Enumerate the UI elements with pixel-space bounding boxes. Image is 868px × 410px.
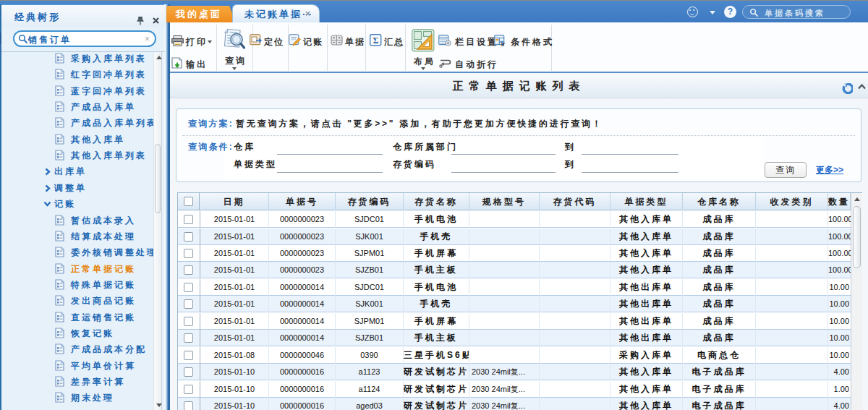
svg-text:Σ: Σ: [373, 35, 378, 46]
svg-text:If: If: [501, 42, 505, 47]
